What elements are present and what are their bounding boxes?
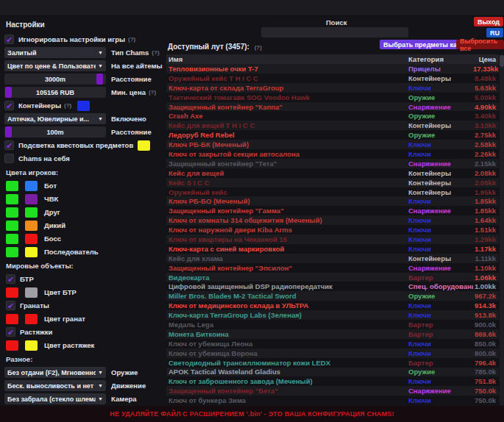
weapon-dropdown[interactable]: Без отдачи (F2), Мгновенное п ▼	[4, 367, 106, 378]
table-row[interactable]: Кейс для хламаКонтейнеры1.11kk	[166, 254, 499, 263]
chams-type-dropdown[interactable]: Залитый ▼	[4, 47, 106, 58]
table-row[interactable]: Ключ от убежища ЛеонаКлючи850.0k	[166, 339, 499, 348]
help-icon[interactable]: (?)	[152, 49, 159, 56]
table-row[interactable]: APOK Tactical Wasteland GladiusОружие785…	[166, 368, 499, 377]
table-row[interactable]: Ключ РБ-БО (Меченый)Ключи1.85kk	[166, 196, 499, 206]
chams-self-checkbox[interactable]	[4, 154, 14, 163]
table-row[interactable]: Ледоруб Red RebelОружие2.75kk	[166, 130, 499, 140]
table-row[interactable]: Ключ-карта TerraGroup Labs (Зеленая)Ключ…	[166, 310, 499, 320]
world-color-swatch[interactable]	[6, 314, 18, 324]
table-row[interactable]: Цифровой защищенный DSP радиопередатчикС…	[166, 282, 499, 291]
world-color-swatch[interactable]	[25, 287, 38, 298]
quest-highlight-label: Подсветка квестовых предметов	[18, 141, 133, 149]
slider-handle[interactable]	[5, 87, 12, 98]
world-object-checkbox[interactable]: ✔	[6, 274, 15, 284]
discard-all-button[interactable]: Выбросить все	[456, 40, 504, 49]
help-icon[interactable]: (?)	[64, 102, 71, 109]
movement-row: Беск. выносливость и нет уста: ▼ Движени…	[4, 380, 165, 391]
table-row[interactable]: Монета БиткоинаБартер869.6k	[166, 329, 499, 339]
misc-title: Разное:	[6, 355, 165, 363]
player-color-row: ЧВК	[6, 193, 165, 204]
world-color-swatch[interactable]	[6, 340, 18, 351]
table-row[interactable]: Ключ от закрытой секции автосалонаКлючи2…	[166, 149, 499, 159]
player-colors-list: БотЧВКДругДикийБоссПоследователь	[4, 180, 165, 257]
containers-distance-slider[interactable]: 100m	[4, 126, 106, 137]
table-row[interactable]: Защищенный контейнер "Бета"Снаряжение750…	[166, 386, 499, 396]
table-row[interactable]: Тепловизионные очки T-7Прицелы17.33kk	[166, 64, 499, 74]
player-type-color-swatch[interactable]	[25, 247, 38, 257]
table-row[interactable]: Ключ РБ-БК (Меченый)Ключи2.58kk	[166, 140, 499, 149]
ignore-game-settings-checkbox[interactable]: ✔	[4, 35, 14, 44]
player-type-color-swatch[interactable]	[25, 221, 38, 231]
min-price-slider[interactable]: 105156 RUB	[4, 87, 106, 98]
player-visible-color-swatch[interactable]	[6, 181, 18, 191]
language-button[interactable]: RU	[486, 28, 503, 37]
player-color-row: Дикий	[6, 220, 165, 231]
item-name: Кейс для вещей T H I C C	[166, 121, 408, 129]
table-row[interactable]: Медаль LegaБартер900.0k	[166, 320, 499, 329]
containers-color-swatch[interactable]	[77, 101, 90, 111]
item-price: 3.40kk	[473, 112, 499, 120]
help-icon[interactable]: (?)	[149, 89, 156, 96]
table-row[interactable]: Светодиодный трансиллюминатор кожи LEDXБ…	[166, 358, 499, 368]
world-color-swatch[interactable]	[6, 287, 18, 298]
table-row[interactable]: ВидеокартаБартер1.06kk	[166, 273, 499, 282]
containers-filter-dropdown[interactable]: Аптечка, Ювелирные и... ▼	[4, 113, 106, 124]
table-row[interactable]: Ключ от убежища ВоронаКлючи800.0k	[166, 348, 499, 358]
column-category[interactable]: Категория	[408, 55, 473, 63]
table-row[interactable]: Ключ от комнаты 314 общежития (Меченый)К…	[166, 215, 499, 225]
table-row[interactable]: Кейс для вещей T H I C CКонтейнеры3.10kk	[166, 121, 499, 130]
camera-dropdown[interactable]: Без забрала (стекло шлема) ▼	[4, 393, 106, 404]
movement-dropdown[interactable]: Беск. выносливость и нет уста: ▼	[4, 380, 106, 391]
player-type-color-swatch[interactable]	[25, 194, 38, 204]
player-visible-color-swatch[interactable]	[6, 194, 18, 204]
world-color-swatch[interactable]	[25, 340, 38, 351]
color-mode-dropdown[interactable]: Цвет по цене & Пользователь ▼	[4, 60, 106, 71]
table-row[interactable]: Ключ от наружной двери Kiba ArmsКлючи1.5…	[166, 225, 499, 235]
quest-highlight-checkbox[interactable]: ✔	[4, 140, 14, 150]
player-visible-color-swatch[interactable]	[6, 234, 18, 244]
table-row[interactable]: Crash AxeОружие3.40kk	[166, 111, 499, 121]
table-row[interactable]: Защищенный контейнер "Тета"Снаряжение2.1…	[166, 159, 499, 168]
table-row[interactable]: Ключ-карта с синей маркировкойКлючи1.17k…	[166, 244, 499, 254]
chams-type-row: Залитый ▼ Тип Chams (?)	[4, 47, 165, 58]
table-row[interactable]: Ключ от медицинского склада в УЛЬТРАКлюч…	[166, 301, 499, 310]
help-icon[interactable]: (?)	[128, 36, 135, 43]
player-visible-color-swatch[interactable]	[6, 221, 18, 231]
slider-handle[interactable]	[96, 74, 103, 85]
table-row[interactable]: Защищенный контейнер "Эпсилон"Снаряжение…	[166, 263, 499, 273]
slider-handle[interactable]	[5, 126, 12, 137]
world-object-checkbox[interactable]: ✔	[6, 327, 15, 337]
world-object-checkbox[interactable]: ✔	[6, 301, 15, 310]
item-price: 4.90kk	[473, 103, 499, 111]
distance-slider[interactable]: 3000m	[4, 74, 106, 85]
quest-color-swatch[interactable]	[138, 140, 150, 151]
table-row[interactable]: Оружейный кейс T H I C CКонтейнеры8.48kk	[166, 74, 499, 83]
table-row[interactable]: Ключ от квартиры на Чеканной 15Ключи1.29…	[166, 235, 499, 244]
player-visible-color-swatch[interactable]	[6, 247, 18, 257]
table-row[interactable]: Оружейный кейсКонтейнеры1.95kk	[166, 187, 499, 197]
table-row[interactable]: Ключ-карта от склада TerraGroupКлючи5.63…	[166, 83, 499, 93]
table-scrollbar[interactable]	[500, 54, 504, 406]
table-row[interactable]: Ключ от бункера ЗимаКлючи750.0k	[166, 396, 499, 405]
item-category: Контейнеры	[408, 169, 473, 177]
player-type-color-swatch[interactable]	[25, 234, 38, 244]
table-row[interactable]: Защищенный контейнер "Каппа"Снаряжение4.…	[166, 102, 499, 112]
table-row[interactable]: Ключ от заброшенного завода (Меченый)Клю…	[166, 376, 499, 386]
column-price[interactable]: Цена	[473, 55, 499, 63]
exit-button[interactable]: Выход	[474, 17, 503, 26]
player-type-color-swatch[interactable]	[25, 207, 38, 218]
player-type-color-swatch[interactable]	[25, 181, 38, 191]
table-row[interactable]: Тактический томагавк SOG Voodoo HawkОруж…	[166, 93, 499, 102]
help-icon[interactable]: (?)	[255, 44, 262, 51]
scrollbar-thumb[interactable]	[500, 55, 504, 67]
table-row[interactable]: Кейс S I C CКонтейнеры2.05kk	[166, 178, 499, 187]
search-input[interactable]	[261, 27, 408, 37]
table-row[interactable]: Защищенный контейнер "Гамма"Снаряжение1.…	[166, 206, 499, 215]
world-color-swatch[interactable]	[25, 314, 38, 324]
table-row[interactable]: Кейс для вещейКонтейнеры2.08kk	[166, 168, 499, 178]
containers-checkbox[interactable]: ✔	[4, 101, 14, 110]
player-visible-color-swatch[interactable]	[6, 207, 18, 218]
table-row[interactable]: Miller Bros. Blades M-2 Tactical SwordОр…	[166, 291, 499, 301]
column-name[interactable]: Имя	[166, 55, 408, 63]
